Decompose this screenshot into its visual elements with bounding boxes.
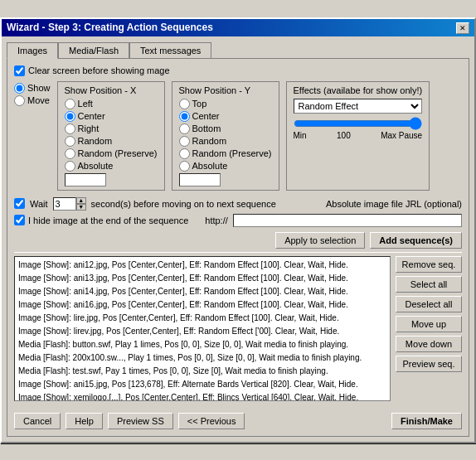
main-options: Show Move Show Position - X Left Center … [14, 81, 462, 191]
pos-x-random-preserve[interactable]: Random (Preserve) [65, 148, 158, 159]
pos-y-random-preserve[interactable]: Random (Preserve) [179, 148, 272, 159]
sequence-list[interactable]: Image [Show]: ani12.jpg, Pos [Center,Cen… [14, 256, 391, 401]
tab-text-messages[interactable]: Text messages [129, 42, 211, 59]
list-item[interactable]: Image [Show]: xemilogo.[...], Pos [Cente… [17, 391, 388, 401]
slider-row [294, 117, 423, 130]
pos-x-random[interactable]: Random [65, 136, 158, 147]
list-area: Image [Show]: ani12.jpg, Pos [Center,Cen… [14, 256, 462, 401]
deselect-all-button[interactable]: Deselect all [396, 296, 462, 312]
hide-checkbox-row: I hide image at the end of the sequence [14, 215, 188, 225]
pos-x-title: Show Position - X [65, 85, 158, 95]
list-item[interactable]: Image [Show]: lirev.jpg, Pos [Center,Cen… [17, 325, 388, 338]
action-buttons-row: Apply to selection Add sequence(s) [14, 232, 462, 249]
effects-slider[interactable] [294, 117, 423, 130]
slider-min-label: Min [294, 131, 307, 140]
list-item[interactable]: Image [Show]: ani16.jpg, Pos [Center,Cen… [17, 298, 388, 312]
pos-y-absolute[interactable]: Absolute [179, 161, 272, 172]
hide-label: I hide image at the end of the sequence [28, 215, 188, 225]
list-item[interactable]: Media [Flash]: 200x100.sw..., Play 1 tim… [17, 351, 388, 365]
pos-y-top[interactable]: Top [179, 99, 272, 109]
bottom-left-buttons: Cancel Help Preview SS << Previous [14, 413, 245, 429]
pos-x-section: Show Position - X Left Center Right Rand… [57, 81, 165, 191]
move-down-button[interactable]: Move down [396, 336, 462, 352]
effects-title: Effects (availabe for show only!) [294, 85, 423, 95]
list-item[interactable]: Image [Show]: ani12.jpg, Pos [Center,Cen… [17, 259, 388, 272]
title-bar: Wizard - Step 3: Creating Action Sequenc… [2, 19, 474, 36]
wait-label: Wait [30, 199, 48, 209]
preview-seq-button[interactable]: Preview seq. [396, 356, 462, 372]
pos-x-options: Left Center Right Random Random (Preserv… [65, 99, 158, 172]
pos-x-right[interactable]: Right [65, 123, 158, 134]
tabs: Images Media/Flash Text messages [7, 41, 469, 58]
move-radio[interactable] [14, 95, 25, 106]
remove-seq-button[interactable]: Remove seq. [396, 256, 462, 273]
slider-value-label: 100 [337, 131, 351, 140]
pos-x-left[interactable]: Left [65, 99, 158, 109]
tab-media-flash[interactable]: Media/Flash [58, 42, 129, 59]
hide-url-row: I hide image at the end of the sequence … [14, 214, 462, 227]
pos-y-value[interactable] [179, 173, 221, 186]
show-radio-label[interactable]: Show [14, 83, 51, 94]
clear-screen-label: Clear screen before showing mage [28, 65, 170, 75]
list-item[interactable]: Image [Show]: ani14.jpg, Pos [Center,Cen… [17, 285, 388, 298]
slider-max-label: Max Pause [381, 131, 422, 140]
spinbox-arrows: ▲ ▼ [76, 197, 86, 211]
window-title: Wizard - Step 3: Creating Action Sequenc… [7, 22, 213, 33]
absolute-url-label: Absolute image file JRL (optional) [326, 199, 462, 209]
pos-x-absolute[interactable]: Absolute [65, 161, 158, 172]
preview-ss-button[interactable]: Preview SS [108, 413, 173, 429]
pos-y-options: Top Center Bottom Random Random (Preserv… [179, 99, 272, 172]
main-content: Images Media/Flash Text messages Clear s… [2, 36, 474, 442]
slider-labels: Min 100 Max Pause [294, 131, 423, 140]
pos-y-section: Show Position - Y Top Center Bottom Rand… [172, 81, 279, 191]
finish-make-button[interactable]: Finish/Make [391, 413, 462, 429]
show-radio[interactable] [14, 83, 25, 94]
url-row: http:// [205, 214, 462, 227]
clear-screen-row: Clear screen before showing mage [14, 65, 462, 76]
spinbox-down[interactable]: ▼ [76, 204, 86, 211]
title-bar-controls: ✕ [456, 22, 469, 34]
add-sequence-button[interactable]: Add sequence(s) [370, 232, 462, 249]
tab-images[interactable]: Images [7, 42, 58, 59]
move-up-button[interactable]: Move up [396, 316, 462, 332]
wait-row: Wait ▲ ▼ second(s) before moving on to n… [14, 197, 462, 211]
spinbox-up[interactable]: ▲ [76, 197, 86, 204]
wait-checkbox[interactable] [14, 198, 25, 209]
separator [14, 252, 462, 253]
effects-dropdown[interactable]: Random Effect None Fade In [294, 99, 423, 114]
pos-x-center[interactable]: Center [65, 111, 158, 122]
apply-selection-button[interactable]: Apply to selection [275, 232, 365, 249]
wait-spinbox: ▲ ▼ [53, 197, 86, 211]
list-item[interactable]: Media [Flash]: button.swf, Play 1 limes,… [17, 338, 388, 351]
close-button[interactable]: ✕ [456, 22, 469, 34]
previous-button[interactable]: << Previous [178, 413, 245, 429]
list-item[interactable]: Image [Show]: lire.jpg, Pos [Center,Cent… [17, 312, 388, 325]
show-move-group: Show Move [14, 81, 51, 191]
list-item[interactable]: Image [Show]: ani15.jpg, Pos [123,678], … [17, 378, 388, 391]
pos-y-title: Show Position - Y [179, 85, 272, 95]
move-radio-label[interactable]: Move [14, 95, 51, 106]
right-buttons: Remove seq. Select all Deselect all Move… [396, 256, 462, 401]
pos-y-bottom[interactable]: Bottom [179, 123, 272, 134]
bottom-buttons: Cancel Help Preview SS << Previous Finis… [14, 408, 462, 429]
wait-value[interactable] [53, 197, 76, 211]
url-prefix: http:// [205, 215, 228, 225]
help-button[interactable]: Help [66, 413, 103, 429]
wait-suffix: second(s) before moving on to next seque… [91, 199, 276, 209]
bottom-right-buttons: Finish/Make [391, 413, 462, 429]
list-item[interactable]: Media [Flash]: test.swf, Pay 1 times, Po… [17, 365, 388, 378]
cancel-button[interactable]: Cancel [14, 413, 61, 429]
clear-screen-checkbox[interactable] [14, 65, 25, 76]
pos-x-value[interactable] [65, 173, 106, 186]
url-input[interactable] [233, 214, 462, 227]
effects-section: Effects (availabe for show only!) Random… [286, 81, 430, 191]
pos-y-center[interactable]: Center [179, 111, 272, 122]
list-item[interactable]: Image [Show]: ani13.jpg, Pos [Center,Cen… [17, 272, 388, 285]
pos-y-random[interactable]: Random [179, 136, 272, 147]
select-all-button[interactable]: Select all [396, 276, 462, 293]
tab-panel: Clear screen before showing mage Show Mo… [7, 58, 469, 437]
wizard-window: Wizard - Step 3: Creating Action Sequenc… [0, 17, 476, 443]
hide-checkbox[interactable] [14, 215, 25, 225]
